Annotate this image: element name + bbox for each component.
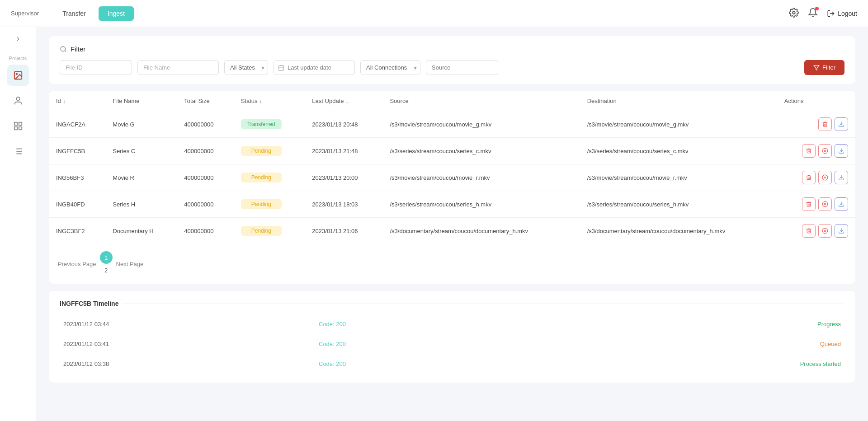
cell-id: INGACF2A xyxy=(49,111,105,138)
svg-point-4 xyxy=(16,97,19,100)
timeline-status: Queued xyxy=(502,341,841,347)
sidebar-projects-label: Projects xyxy=(9,56,27,61)
gear-icon xyxy=(789,8,799,18)
cell-source: /s3/documentary/stream/coucou/documentar… xyxy=(382,218,580,244)
svg-point-15 xyxy=(61,47,66,51)
logout-label: Logout xyxy=(838,10,857,17)
delete-button[interactable] xyxy=(802,224,816,238)
col-lastupdate: Last Update↓ xyxy=(305,91,382,111)
delete-button[interactable] xyxy=(802,197,816,211)
date-input-wrap xyxy=(274,60,355,75)
cell-lastupdate: 2023/01/13 20:48 xyxy=(305,111,382,138)
top-nav: Supervisor Transfer Ingest Logout xyxy=(0,0,868,27)
col-status: Status↓ xyxy=(234,91,305,111)
logout-icon xyxy=(827,9,835,18)
sidebar-toggle-button[interactable] xyxy=(12,33,24,47)
calendar-icon xyxy=(278,65,284,71)
file-id-input[interactable] xyxy=(60,60,132,75)
list-icon xyxy=(13,146,23,156)
timeline-code: Code: 200 xyxy=(163,341,502,347)
timeline-title: INGFFC5B Timeline xyxy=(60,300,118,307)
col-destination: Destination xyxy=(580,91,777,111)
date-input[interactable] xyxy=(274,60,355,75)
settings-button[interactable] xyxy=(789,8,799,19)
states-select-wrap: All States xyxy=(224,60,268,75)
cell-status: Transferred xyxy=(234,111,305,138)
cell-status: Pending xyxy=(234,191,305,218)
status-badge: Pending xyxy=(241,173,282,182)
col-source: Source xyxy=(382,91,580,111)
table-row: ING56BF3 Movie R 400000000 Pending 2023/… xyxy=(49,164,855,191)
timeline-time: 2023/01/12 03:44 xyxy=(63,321,163,327)
download-button[interactable] xyxy=(835,117,848,131)
action-buttons xyxy=(784,197,848,211)
delete-button[interactable] xyxy=(802,144,816,158)
sidebar-item-list[interactable] xyxy=(7,140,29,162)
download-button[interactable] xyxy=(835,224,848,238)
sidebar-item-grid[interactable] xyxy=(7,115,29,137)
cell-lastupdate: 2023/01/13 18:03 xyxy=(305,191,382,218)
cell-source: /s3/movie/stream/coucou/movie_g.mkv xyxy=(382,111,580,138)
brand-label: Supervisor xyxy=(11,10,39,17)
delete-button[interactable] xyxy=(818,117,832,131)
cell-id: ING56BF3 xyxy=(49,164,105,191)
sidebar-item-users[interactable] xyxy=(7,90,29,112)
action-buttons xyxy=(784,117,848,131)
download-button[interactable] xyxy=(835,171,848,184)
delete-button[interactable] xyxy=(802,171,816,184)
cancel-button[interactable] xyxy=(818,171,832,184)
nav-tabs: Transfer Ingest xyxy=(53,6,789,21)
sidebar-item-projects[interactable] xyxy=(7,65,29,86)
connections-select[interactable]: All Connections xyxy=(360,60,420,75)
filter-button[interactable]: Filter xyxy=(804,60,844,75)
cell-source: /s3/series/stream/coucou/series_c.mkv xyxy=(382,138,580,164)
trash-icon xyxy=(806,148,812,154)
cell-id: INGC3BF2 xyxy=(49,218,105,244)
tab-ingest[interactable]: Ingest xyxy=(99,6,134,21)
filter-title: Filter xyxy=(71,45,85,53)
chevron-right-icon xyxy=(14,35,22,42)
download-icon xyxy=(838,201,844,207)
cancel-button[interactable] xyxy=(818,197,832,211)
download-button[interactable] xyxy=(835,197,848,211)
download-icon xyxy=(838,121,844,127)
cell-destination: /s3/movie/stream/coucou/movie_r.mkv xyxy=(580,164,777,191)
page-num-2[interactable]: 2 xyxy=(100,264,113,276)
main-content: Filter All States Al xyxy=(36,27,868,421)
source-input[interactable] xyxy=(426,60,498,75)
sort-arrow-lastupdate: ↓ xyxy=(345,98,349,104)
states-select[interactable]: All States xyxy=(224,60,268,75)
cell-totalsize: 400000000 xyxy=(177,191,233,218)
next-page-button[interactable]: Next Page xyxy=(116,261,144,267)
notifications-button[interactable] xyxy=(808,8,818,19)
table-row: INGB40FD Series H 400000000 Pending 2023… xyxy=(49,191,855,218)
cell-id: INGB40FD xyxy=(49,191,105,218)
logout-button[interactable]: Logout xyxy=(827,9,857,18)
cell-status: Pending xyxy=(234,138,305,164)
cell-actions xyxy=(777,218,855,244)
filter-row: All States All Connections xyxy=(60,60,844,75)
nav-actions: Logout xyxy=(789,8,857,19)
filter-header: Filter xyxy=(60,45,844,53)
cancel-button[interactable] xyxy=(818,224,832,238)
trash-icon xyxy=(806,201,812,207)
svg-point-3 xyxy=(16,73,17,75)
x-circle-icon xyxy=(822,174,828,181)
data-table: Id↓ File Name Total Size Status↓ Last Up… xyxy=(49,91,855,244)
trash-icon xyxy=(822,121,828,127)
file-name-input[interactable] xyxy=(137,60,219,75)
download-button[interactable] xyxy=(835,144,848,158)
prev-page-button[interactable]: Previous Page xyxy=(58,261,96,267)
col-totalsize: Total Size xyxy=(177,91,233,111)
page-num-1[interactable]: 1 xyxy=(100,251,113,264)
cell-actions xyxy=(777,191,855,218)
status-badge: Pending xyxy=(241,226,282,236)
svg-line-16 xyxy=(65,51,66,52)
image-icon xyxy=(13,70,23,80)
cell-destination: /s3/series/stream/coucou/series_c.mkv xyxy=(580,138,777,164)
tab-transfer[interactable]: Transfer xyxy=(53,6,95,21)
download-icon xyxy=(838,174,844,181)
cancel-button[interactable] xyxy=(818,144,832,158)
trash-icon xyxy=(806,174,812,181)
col-filename: File Name xyxy=(105,91,177,111)
